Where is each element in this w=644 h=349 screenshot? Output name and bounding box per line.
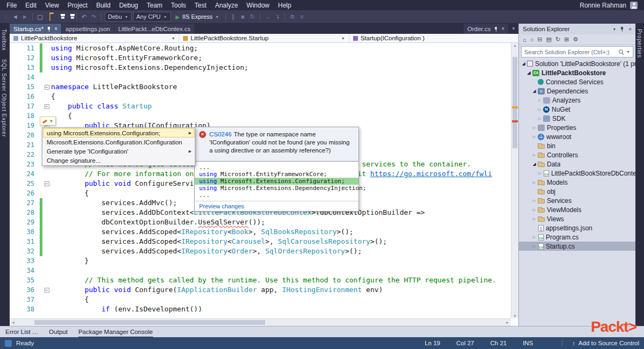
code-line-35[interactable]: 35 // This method gets called by the run… bbox=[10, 275, 511, 285]
sql-server-object-explorer-tab[interactable]: SQL Server Object Explorer bbox=[0, 54, 9, 140]
code-line-17[interactable]: 17− public class Startup bbox=[10, 101, 511, 111]
tree-item-bin[interactable]: bin bbox=[519, 141, 635, 150]
code-line-14[interactable]: 14 bbox=[10, 72, 511, 82]
tree-item-nuget[interactable]: ▷NuGet bbox=[519, 105, 635, 114]
tree-expander-icon[interactable]: ◢ bbox=[521, 61, 526, 66]
quickfix-item-microsoft-extensions-configuration-iconf[interactable]: Microsoft.Extensions.Configuration.IConf… bbox=[43, 137, 194, 147]
tree-expander-icon[interactable]: ▷ bbox=[531, 199, 537, 203]
code-line-11[interactable]: 11using Microsoft.AspNetCore.Routing; bbox=[10, 43, 511, 53]
quick-actions-button[interactable]: ▼ bbox=[40, 117, 56, 126]
vertical-scrollbar[interactable]: ▲ ▼ bbox=[511, 43, 518, 318]
tree-item-data[interactable]: ◢Data bbox=[519, 159, 635, 169]
tree-item-dependencies[interactable]: ◢Dependencies bbox=[519, 86, 635, 96]
tree-item-littlepacktbookstore[interactable]: ◢LittlePacktBookstore bbox=[519, 68, 635, 77]
code-line-38[interactable]: 38 if (env.IsDevelopment()) bbox=[10, 304, 511, 314]
bottom-tab-package-manager-console[interactable]: Package Manager Console bbox=[78, 326, 153, 337]
code-line-12[interactable]: 12using Microsoft.EntityFrameworkCore; bbox=[10, 53, 511, 63]
settings-gear-icon[interactable]: ⚙ bbox=[288, 13, 296, 20]
fold-toggle[interactable]: − bbox=[45, 85, 49, 90]
sync-active-document-icon[interactable]: ⊞ bbox=[564, 36, 569, 43]
tree-item-obj[interactable]: obj bbox=[519, 187, 635, 196]
code-line-33[interactable]: 33 } bbox=[10, 256, 511, 266]
toolbox-tab[interactable]: Toolbox bbox=[0, 24, 9, 54]
menu-item-debug[interactable]: Debug bbox=[115, 1, 142, 10]
breadcrumb-type-dropdown[interactable]: LittlePacktBookstore.Startup ▼ bbox=[179, 34, 349, 42]
chevron-down-icon[interactable]: ▼ bbox=[626, 50, 630, 54]
tree-expander-icon[interactable]: ▷ bbox=[537, 117, 543, 121]
fold-toggle[interactable]: − bbox=[45, 104, 49, 109]
scroll-right-icon[interactable]: ► bbox=[506, 319, 509, 326]
code-line-37[interactable]: 37 { bbox=[10, 295, 511, 304]
tree-item-sdk[interactable]: ▷SDK bbox=[519, 114, 635, 123]
menu-item-file[interactable]: File bbox=[2, 1, 21, 10]
bottom-tab-output[interactable]: Output bbox=[49, 326, 68, 337]
tree-item-appsettings-json[interactable]: appsettings.json bbox=[519, 223, 635, 232]
user-avatar-icon[interactable] bbox=[630, 2, 638, 9]
pending-filter-icon[interactable]: ○ bbox=[530, 37, 534, 43]
window-menu-chevron-icon[interactable]: ▼ bbox=[612, 27, 616, 31]
code-line-32[interactable]: 32 services.AddScoped<IRepository<Order>… bbox=[10, 246, 511, 256]
code-line-30[interactable]: 30 services.AddScoped<IRepository<Book>,… bbox=[10, 227, 511, 237]
tree-item-startup-cs[interactable]: ▷Startup.cs bbox=[519, 242, 635, 251]
tree-item-solution-littlepacktbookstore-1-pr[interactable]: ◢Solution 'LittlePacktBookstore' (1 pr bbox=[519, 59, 635, 68]
fold-toggle[interactable]: − bbox=[45, 181, 49, 186]
menu-item-team[interactable]: Team bbox=[142, 1, 166, 10]
tree-expander-icon[interactable]: ▷ bbox=[531, 235, 537, 239]
tree-item-viewmodels[interactable]: ▷ViewModels bbox=[519, 205, 635, 214]
collapse-all-icon[interactable]: ⊟ bbox=[537, 36, 542, 43]
toolbar-grip[interactable]: ⋮ bbox=[3, 14, 9, 20]
tree-expander-icon[interactable]: ▷ bbox=[537, 171, 543, 176]
quickfix-item-using-microsoft-extensions-configuration[interactable]: using Microsoft.Extensions.Configuration… bbox=[43, 128, 194, 137]
tree-expander-icon[interactable]: ▷ bbox=[531, 126, 537, 130]
debug-target-dropdown[interactable]: Debu ▼ bbox=[105, 12, 131, 21]
platform-dropdown[interactable]: Any CPU ▼ bbox=[133, 12, 171, 21]
step-over-icon[interactable]: → bbox=[264, 13, 272, 20]
step-out-icon[interactable]: ↴ bbox=[273, 13, 281, 20]
properties-gear-icon[interactable]: ⚙ bbox=[573, 36, 578, 43]
tab-dbcontext-cs[interactable]: LittlePackt...eDbContex.cs bbox=[114, 24, 194, 34]
scroll-left-icon[interactable]: ◄ bbox=[11, 319, 15, 326]
close-icon[interactable]: × bbox=[54, 26, 57, 32]
user-name[interactable]: Ronnie Rahman bbox=[580, 2, 626, 9]
tree-expander-icon[interactable]: ▷ bbox=[531, 180, 537, 185]
menu-item-project[interactable]: Project bbox=[63, 1, 92, 10]
tree-item-views[interactable]: ▷Views bbox=[519, 214, 635, 223]
code-line-29[interactable]: 29 dbContextOptionBuilder.UseSqlServer()… bbox=[10, 217, 511, 227]
preview-changes-link[interactable]: Preview changes bbox=[195, 201, 358, 211]
navigate-forward-icon[interactable]: ► bbox=[21, 13, 29, 20]
redo-icon[interactable]: ↷ bbox=[90, 13, 98, 20]
menu-item-view[interactable]: View bbox=[41, 1, 63, 10]
close-icon[interactable]: × bbox=[501, 26, 504, 32]
tree-expander-icon[interactable]: ▷ bbox=[531, 153, 537, 157]
tree-expander-icon[interactable]: ▷ bbox=[531, 208, 537, 212]
menu-item-window[interactable]: Window bbox=[242, 1, 274, 10]
scroll-down-icon[interactable]: ▼ bbox=[511, 314, 518, 318]
menu-item-help[interactable]: Help bbox=[274, 1, 296, 10]
undo-icon[interactable]: ↶ bbox=[80, 13, 88, 20]
stop-icon[interactable]: ■ bbox=[239, 13, 247, 20]
menu-item-test[interactable]: Test bbox=[191, 1, 211, 10]
fold-toggle[interactable]: − bbox=[45, 288, 49, 293]
tree-item-models[interactable]: ▷Models bbox=[519, 178, 635, 187]
tree-expander-icon[interactable]: ▷ bbox=[531, 135, 537, 139]
properties-tab[interactable]: Properties bbox=[635, 24, 644, 61]
tab-appsettings-json[interactable]: appsettings.json bbox=[62, 24, 114, 34]
tree-item-properties[interactable]: ▷Properties bbox=[519, 123, 635, 132]
new-file-icon[interactable]: ▢ bbox=[36, 13, 44, 20]
menu-item-build[interactable]: Build bbox=[92, 1, 115, 10]
tree-expander-icon[interactable]: ▷ bbox=[537, 98, 543, 103]
tree-expander-icon[interactable]: ◢ bbox=[531, 162, 537, 166]
show-all-files-icon[interactable]: ▤ bbox=[546, 36, 552, 43]
close-icon[interactable]: × bbox=[628, 26, 632, 32]
code-line-16[interactable]: 16{ bbox=[10, 92, 511, 101]
pin-icon[interactable] bbox=[494, 26, 498, 32]
scroll-up-icon[interactable]: ▲ bbox=[511, 43, 518, 47]
code-line-34[interactable]: 34 bbox=[10, 266, 511, 275]
tree-expander-icon[interactable]: ▷ bbox=[531, 217, 537, 221]
pin-icon[interactable] bbox=[47, 26, 51, 32]
pin-icon[interactable] bbox=[620, 26, 625, 32]
quickfix-item-generate-type-iconfiguration[interactable]: Generate type 'IConfiguration'▶ bbox=[43, 147, 194, 156]
code-line-36[interactable]: 36− public void Configure(IApplicationBu… bbox=[10, 285, 511, 295]
code-line-15[interactable]: 15−namespace LittlePacktBookstore bbox=[10, 82, 511, 92]
menu-item-analyze[interactable]: Analyze bbox=[211, 1, 243, 10]
